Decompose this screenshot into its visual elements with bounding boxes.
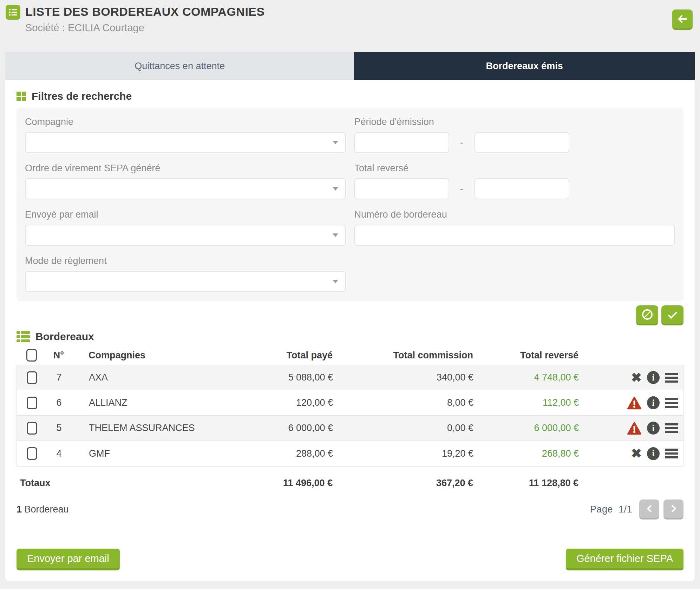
- next-page-button[interactable]: [663, 499, 683, 519]
- row-reverse: 268,80 €: [495, 448, 600, 459]
- check-icon: [666, 308, 679, 321]
- row-paye: 120,00 €: [263, 397, 354, 408]
- send-email-button[interactable]: Envoyer par email: [17, 549, 120, 570]
- row-reverse: 4 748,00 €: [495, 372, 600, 383]
- row-compagnie: THELEM ASSURANCES: [71, 423, 263, 434]
- mode-reglement-label: Mode de règlement: [25, 256, 346, 266]
- row-compagnie: ALLIANZ: [71, 397, 263, 408]
- row-checkbox[interactable]: [27, 447, 37, 460]
- totals-label: Totaux: [17, 478, 262, 489]
- tab-label: Bordereaux émis: [486, 61, 563, 72]
- totals-paye: 11 496,00 €: [262, 478, 354, 489]
- th-list-icon: [17, 331, 30, 342]
- page-indicator: Page 1/1: [590, 504, 632, 515]
- totals-row: Totaux 11 496,00 € 367,20 € 11 128,80 €: [17, 471, 683, 495]
- numero-bordereau-label: Numéro de bordereau: [354, 209, 675, 220]
- table-row: 7 AXA 5 088,00 € 340,00 € 4 748,00 € ✖ i: [17, 365, 683, 390]
- menu-icon[interactable]: [665, 398, 678, 408]
- chevron-down-icon: [333, 187, 338, 191]
- periode-start-input[interactable]: [354, 132, 449, 153]
- menu-icon[interactable]: [665, 423, 678, 433]
- menu-icon[interactable]: [665, 373, 678, 383]
- result-count: 1 Bordereau: [17, 504, 69, 515]
- tab-bordereaux-emis[interactable]: Bordereaux émis: [354, 52, 695, 80]
- bottom-actions: Envoyer par email Générer fichier SEPA: [17, 549, 683, 570]
- tab-bar: Quittances en attente Bordereaux émis: [5, 52, 695, 80]
- compagnie-select[interactable]: [25, 132, 346, 153]
- page-subtitle: Société : ECILIA Courtage: [25, 22, 265, 34]
- periode-end-input[interactable]: [475, 132, 569, 153]
- filters-heading-label: Filtres de recherche: [32, 90, 132, 102]
- periode-label: Période d'émission: [354, 117, 675, 127]
- row-checkbox[interactable]: [27, 422, 37, 435]
- filters-heading: Filtres de recherche: [17, 89, 683, 103]
- page-title: LISTE DES BORDEREAUX COMPAGNIES: [25, 5, 265, 19]
- col-compagnies: Compagnies: [71, 350, 262, 361]
- back-button[interactable]: [672, 9, 693, 30]
- filter-mode-reglement: Mode de règlement: [25, 256, 346, 292]
- arrow-left-icon: [676, 13, 688, 25]
- numero-bordereau-input[interactable]: [354, 225, 675, 246]
- delete-x-icon[interactable]: ✖: [631, 447, 642, 460]
- row-compagnie: GMF: [71, 448, 263, 459]
- filter-spacer: [354, 256, 675, 292]
- bordereaux-heading-label: Bordereaux: [35, 331, 94, 343]
- pagination: Page 1/1: [590, 499, 683, 519]
- total-reverse-min-input[interactable]: [354, 178, 449, 199]
- table-row: 4 GMF 288,00 € 19,20 € 268,80 € ✖ i: [17, 441, 683, 466]
- info-icon[interactable]: i: [647, 422, 660, 435]
- apply-filters-button[interactable]: [661, 305, 683, 325]
- chevron-down-icon: [333, 233, 338, 237]
- info-icon[interactable]: i: [647, 396, 660, 409]
- table-footer: 1 Bordereau Page 1/1: [17, 499, 683, 519]
- table-header: N° Compagnies Total payé Total commissio…: [17, 346, 683, 365]
- filter-envoye-email: Envoyé par email: [25, 209, 346, 246]
- bordereaux-heading: Bordereaux: [17, 330, 683, 344]
- row-num: 4: [47, 448, 71, 459]
- tab-label: Quittances en attente: [135, 61, 225, 72]
- row-num: 6: [47, 397, 71, 408]
- filter-periode-emission: Période d'émission -: [354, 117, 675, 153]
- info-icon[interactable]: i: [647, 447, 660, 460]
- total-reverse-label: Total reversé: [354, 163, 675, 174]
- row-paye: 6 000,00 €: [263, 423, 354, 434]
- result-count-label: Bordereau: [25, 504, 69, 515]
- row-commission: 19,20 €: [354, 448, 495, 459]
- col-total-commission: Total commission: [354, 350, 494, 361]
- table-row: 5 THELEM ASSURANCES 6 000,00 € 0,00 € 6 …: [17, 416, 683, 441]
- page-header: LISTE DES BORDEREAUX COMPAGNIES Société …: [0, 0, 700, 52]
- chevron-left-icon: [644, 503, 655, 514]
- envoye-email-select[interactable]: [25, 225, 346, 246]
- total-reverse-max-input[interactable]: [475, 178, 569, 199]
- menu-icon[interactable]: [665, 449, 678, 458]
- content-card: Filtres de recherche Compagnie Période d…: [5, 80, 695, 581]
- table-body: 7 AXA 5 088,00 € 340,00 € 4 748,00 € ✖ i…: [17, 365, 683, 466]
- totals-commission: 367,20 €: [354, 478, 494, 489]
- delete-x-icon[interactable]: ✖: [631, 371, 642, 384]
- range-separator: -: [449, 183, 475, 195]
- generate-sepa-button[interactable]: Générer fichier SEPA: [566, 549, 683, 570]
- ban-icon: [641, 308, 654, 321]
- info-icon[interactable]: i: [647, 371, 660, 384]
- filter-total-reverse: Total reversé -: [354, 163, 675, 199]
- compagnie-label: Compagnie: [25, 117, 346, 127]
- col-num: N°: [46, 350, 71, 361]
- chevron-down-icon: [333, 141, 338, 144]
- chevron-down-icon: [333, 280, 338, 283]
- row-num: 5: [47, 423, 71, 434]
- result-count-value: 1: [17, 504, 22, 515]
- row-checkbox[interactable]: [27, 371, 37, 384]
- row-compagnie: AXA: [71, 372, 263, 383]
- row-checkbox[interactable]: [27, 397, 37, 409]
- select-all-checkbox[interactable]: [26, 349, 37, 362]
- ordre-sepa-select[interactable]: [25, 178, 346, 199]
- row-num: 7: [47, 372, 71, 383]
- clear-filters-button[interactable]: [636, 305, 658, 325]
- col-total-reverse: Total reversé: [494, 350, 600, 361]
- warning-triangle-icon[interactable]: [627, 422, 642, 435]
- prev-page-button[interactable]: [639, 499, 659, 519]
- warning-triangle-icon[interactable]: [627, 396, 642, 410]
- list-icon: [6, 5, 20, 20]
- mode-reglement-select[interactable]: [25, 271, 346, 292]
- tab-quittances-en-attente[interactable]: Quittances en attente: [5, 52, 354, 80]
